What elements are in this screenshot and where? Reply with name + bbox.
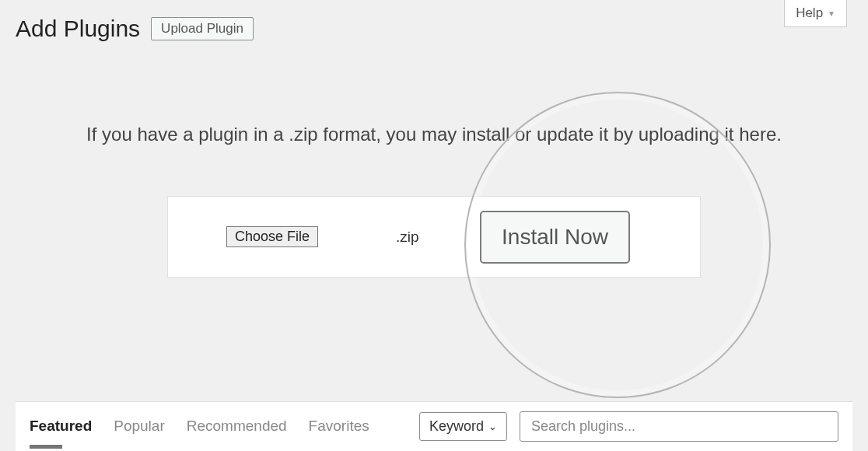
help-tab[interactable]: Help ▼ [784,0,847,27]
install-now-button[interactable]: Install Now [480,211,630,264]
search-filter-select[interactable]: Keyword ⌄ [419,412,507,441]
tab-favorites[interactable]: Favorites [309,418,369,436]
upload-plugin-button[interactable]: Upload Plugin [151,17,254,40]
tab-recommended[interactable]: Recommended [187,418,287,436]
page-title: Add Plugins [16,16,140,42]
upload-instruction: If you have a plugin in a .zip format, y… [0,124,868,145]
tab-popular[interactable]: Popular [114,418,165,436]
search-input[interactable] [520,411,838,442]
file-extension: .zip [396,229,419,246]
filter-bar: Featured Popular Recommended Favorites K… [16,401,852,451]
choose-file-button[interactable]: Choose File [226,226,318,247]
search-filter-label: Keyword [429,418,484,435]
chevron-down-icon: ⌄ [488,421,497,432]
help-label: Help [796,5,823,21]
upload-panel: Choose File .zip Install Now [167,196,701,278]
tab-featured[interactable]: Featured [30,418,92,436]
chevron-down-icon: ▼ [828,9,835,18]
